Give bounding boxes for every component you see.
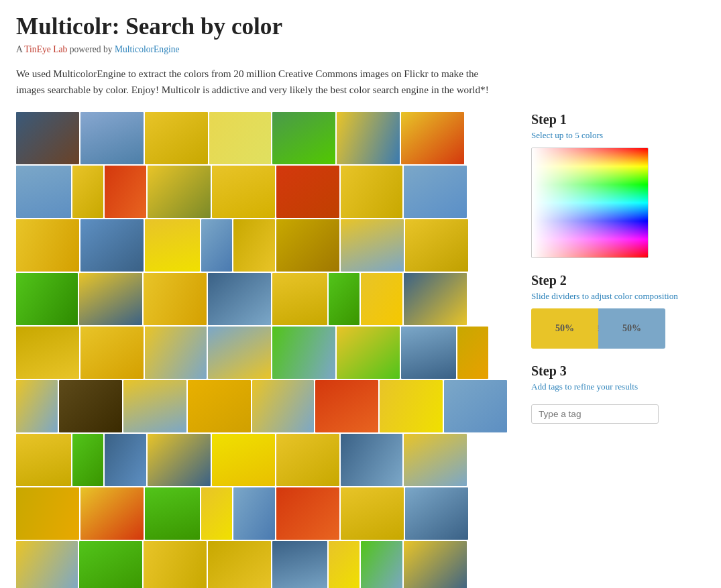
list-item[interactable] xyxy=(201,487,232,540)
step1-title: Step 1 xyxy=(531,112,679,127)
description: We used MulticolorEngine to extract the … xyxy=(16,66,499,99)
list-item[interactable] xyxy=(337,112,400,164)
step1-description: Select up to 5 colors xyxy=(531,130,679,141)
list-item[interactable] xyxy=(145,112,208,164)
list-item[interactable] xyxy=(341,219,404,272)
list-item[interactable] xyxy=(405,487,468,540)
list-item[interactable] xyxy=(233,219,275,272)
list-item[interactable] xyxy=(444,380,507,432)
list-item[interactable] xyxy=(404,541,467,588)
list-item[interactable] xyxy=(276,166,339,218)
list-item[interactable] xyxy=(329,541,359,588)
list-item[interactable] xyxy=(401,112,464,164)
subtitle: A TinEye Lab powered by MulticolorEngine xyxy=(16,44,705,55)
list-item[interactable] xyxy=(233,487,275,540)
list-item[interactable] xyxy=(208,541,271,588)
divider-dots: ⋮ xyxy=(595,325,602,332)
list-item[interactable] xyxy=(16,380,58,432)
mosaic-grid xyxy=(16,112,512,588)
list-item[interactable] xyxy=(148,434,211,486)
step3-title: Step 3 xyxy=(531,363,679,379)
step1-block: Step 1 Select up to 5 colors xyxy=(531,112,679,258)
list-item[interactable] xyxy=(380,380,443,432)
list-item[interactable] xyxy=(404,434,467,486)
sidebar: Step 1 Select up to 5 colors Step 2 Slid… xyxy=(531,112,679,438)
list-item[interactable] xyxy=(79,273,142,325)
list-item[interactable] xyxy=(212,434,275,486)
list-item[interactable] xyxy=(16,219,79,272)
list-item[interactable] xyxy=(361,273,402,325)
list-item[interactable] xyxy=(144,541,207,588)
color-picker[interactable] xyxy=(531,148,649,258)
list-item[interactable] xyxy=(59,380,122,432)
color-pct-blue: 50% xyxy=(622,322,641,334)
color-picker-inner xyxy=(532,148,648,257)
list-item[interactable] xyxy=(145,327,207,379)
list-item[interactable] xyxy=(72,434,103,486)
list-item[interactable] xyxy=(145,487,200,540)
list-item[interactable] xyxy=(272,273,327,325)
list-item[interactable] xyxy=(16,327,79,379)
mosaic-container xyxy=(16,112,512,588)
multicolor-engine-link[interactable]: MulticolorEngine xyxy=(115,44,180,54)
list-item[interactable] xyxy=(252,380,314,432)
list-item[interactable] xyxy=(361,541,402,588)
list-item[interactable] xyxy=(341,487,404,540)
list-item[interactable] xyxy=(315,380,378,432)
tineye-link[interactable]: TinEye Lab xyxy=(24,44,67,54)
list-item[interactable] xyxy=(16,273,78,325)
list-item[interactable] xyxy=(16,166,71,218)
list-item[interactable] xyxy=(188,380,251,432)
list-item[interactable] xyxy=(79,541,142,588)
color-segment-blue: 50% xyxy=(598,308,665,349)
list-item[interactable] xyxy=(201,219,232,272)
list-item[interactable] xyxy=(405,219,468,272)
tag-input[interactable] xyxy=(531,404,659,424)
step2-description: Slide dividers to adjust color compositi… xyxy=(531,291,679,302)
step2-title: Step 2 xyxy=(531,273,679,288)
list-item[interactable] xyxy=(105,166,146,218)
list-item[interactable] xyxy=(16,541,78,588)
list-item[interactable] xyxy=(148,166,211,218)
list-item[interactable] xyxy=(457,327,488,379)
list-item[interactable] xyxy=(401,327,456,379)
list-item[interactable] xyxy=(341,166,402,218)
list-item[interactable] xyxy=(72,166,103,218)
list-item[interactable] xyxy=(80,327,144,379)
list-item[interactable] xyxy=(404,166,467,218)
list-item[interactable] xyxy=(276,219,339,272)
color-segment-yellow: 50% ⋮ xyxy=(531,308,598,349)
list-item[interactable] xyxy=(209,112,271,164)
step3-description: Add tags to refine your results xyxy=(531,381,679,392)
step2-block: Step 2 Slide dividers to adjust color co… xyxy=(531,273,679,349)
list-item[interactable] xyxy=(272,112,335,164)
list-item[interactable] xyxy=(16,112,79,164)
list-item[interactable] xyxy=(208,273,271,325)
dividers-row[interactable]: 50% ⋮ 50% xyxy=(531,308,665,349)
list-item[interactable] xyxy=(105,434,146,486)
list-item[interactable] xyxy=(123,380,186,432)
list-item[interactable] xyxy=(16,487,79,540)
step3-block: Step 3 Add tags to refine your results xyxy=(531,363,679,424)
page-title: Multicolr: Search by color xyxy=(16,13,705,40)
list-item[interactable] xyxy=(212,166,275,218)
list-item[interactable] xyxy=(329,273,359,325)
list-item[interactable] xyxy=(272,541,327,588)
list-item[interactable] xyxy=(145,219,200,272)
list-item[interactable] xyxy=(337,327,400,379)
list-item[interactable] xyxy=(144,273,207,325)
color-pct-yellow: 50% xyxy=(555,322,574,334)
list-item[interactable] xyxy=(16,434,71,486)
main-layout: Step 1 Select up to 5 colors Step 2 Slid… xyxy=(16,112,705,588)
list-item[interactable] xyxy=(272,327,335,379)
list-item[interactable] xyxy=(404,273,467,325)
list-item[interactable] xyxy=(80,219,144,272)
divider-handle[interactable]: ⋮ xyxy=(596,308,601,349)
list-item[interactable] xyxy=(276,434,339,486)
list-item[interactable] xyxy=(276,487,339,540)
list-item[interactable] xyxy=(80,112,144,164)
list-item[interactable] xyxy=(208,327,271,379)
list-item[interactable] xyxy=(80,487,144,540)
list-item[interactable] xyxy=(341,434,402,486)
